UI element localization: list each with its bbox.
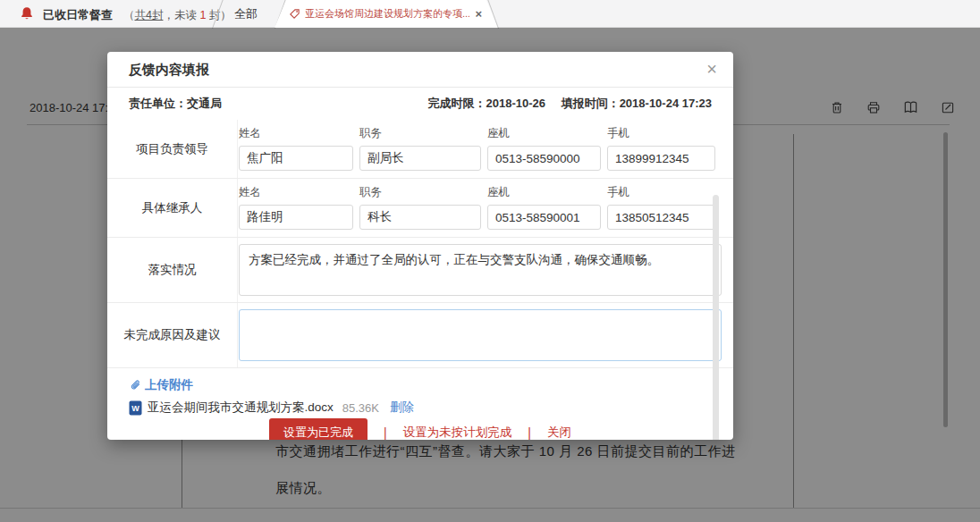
set-completed-button[interactable]: 设置为已完成 [269, 418, 368, 440]
field-mobile: 手机 [607, 126, 715, 171]
attachment-delete-link[interactable]: 删除 [390, 400, 414, 416]
tab-current-document[interactable]: 亚运会场馆周边建设规划方案的专项... × [275, 0, 498, 28]
modal-footer: 设置为已完成 | 设置为未按计划完成 | 关闭 [107, 418, 733, 440]
modal-body: 项目负责领导 姓名 职务 座机 手机 [107, 120, 733, 418]
incomplete-reason-textarea[interactable] [239, 309, 722, 361]
modal-scrollbar[interactable] [713, 195, 719, 440]
filltime-value: 2018-10-24 17:23 [620, 97, 712, 110]
svg-text:W: W [131, 404, 139, 413]
footer-separator: | [384, 425, 387, 440]
leader-title-input[interactable] [359, 146, 481, 171]
tab-close-icon[interactable]: × [475, 7, 482, 21]
field-title: 职务 [359, 185, 481, 230]
close-button[interactable]: 关闭 [547, 425, 571, 440]
field-header: 姓名 [239, 185, 353, 200]
field-landline: 座机 [487, 185, 601, 230]
word-file-icon: W [129, 400, 142, 416]
tab-all[interactable]: 全部 [217, 0, 275, 28]
leader-mobile-input[interactable] [607, 146, 715, 171]
count-mid: ，未读 [163, 9, 199, 21]
attachment-name[interactable]: 亚运会期间我市交通规划方案.docx [148, 400, 334, 416]
page-title: 已收日常督查 [43, 7, 113, 23]
leader-landline-input[interactable] [487, 146, 601, 171]
successor-mobile-input[interactable] [607, 205, 715, 230]
count-total: 共4封 [135, 9, 164, 21]
field-name: 姓名 [239, 185, 353, 230]
deadline: 完成时限：2018-10-26 [428, 97, 546, 110]
unit-value: 交通局 [187, 97, 222, 110]
deadline-label: 完成时限： [428, 97, 486, 110]
modal-header: 反馈内容填报 × [107, 52, 733, 88]
leader-fields: 姓名 职务 座机 手机 [239, 126, 722, 171]
field-header: 职务 [359, 126, 481, 141]
footer-separator: | [528, 425, 531, 440]
row-label: 落实情况 [107, 238, 238, 302]
modal-info-row: 责任单位：交通局 完成时限：2018-10-26 填报时间：2018-10-24… [107, 88, 733, 120]
successor-name-input[interactable] [239, 205, 353, 230]
attachment-size: 85.36K [342, 401, 379, 415]
modal-close-icon[interactable]: × [706, 52, 717, 86]
successor-landline-input[interactable] [487, 205, 601, 230]
set-not-completed-button[interactable]: 设置为未按计划完成 [403, 425, 512, 440]
successor-fields: 姓名 职务 座机 手机 [239, 185, 722, 230]
time-info: 完成时限：2018-10-26 填报时间：2018-10-24 17:23 [416, 96, 712, 112]
row-label: 具体继承人 [107, 179, 238, 237]
field-header: 姓名 [239, 126, 353, 141]
upload-label: 上传附件 [145, 377, 193, 393]
paperclip-icon [129, 379, 141, 392]
tab-label: 亚运会场馆周边建设规划方案的专项... [305, 7, 469, 21]
leader-name-input[interactable] [239, 146, 353, 171]
field-mobile: 手机 [607, 185, 715, 230]
field-header: 手机 [607, 185, 715, 200]
top-bar: 已收日常督查 （共4封，未读 1 封） 全部 亚运会场馆周边建设规划方案的专项.… [0, 0, 980, 28]
unit-label: 责任单位： [129, 97, 187, 110]
row-specific-successor: 具体继承人 姓名 职务 座机 手机 [107, 179, 733, 238]
row-implementation-status: 落实情况 方案已经完成，并通过了全局的认可，正在与交警支队沟通，确保交通顺畅。 [107, 238, 733, 303]
field-header: 职务 [359, 185, 481, 200]
row-label: 项目负责领导 [107, 120, 238, 178]
deadline-value: 2018-10-26 [486, 97, 546, 110]
successor-title-input[interactable] [359, 205, 481, 230]
fill-time: 填报时间：2018-10-24 17:23 [562, 97, 712, 110]
upload-attachment-link[interactable]: 上传附件 [107, 373, 733, 397]
count-open: （ [123, 9, 135, 21]
attachment-row: W 亚运会期间我市交通规划方案.docx 85.36K 删除 [107, 397, 733, 418]
bell-icon [20, 6, 34, 25]
filltime-label: 填报时间： [562, 97, 620, 110]
tag-icon [289, 8, 300, 20]
row-label: 未完成原因及建议 [107, 303, 238, 367]
modal-title: 反馈内容填报 [129, 52, 209, 88]
implementation-textarea[interactable]: 方案已经完成，并通过了全局的认可，正在与交警支队沟通，确保交通顺畅。 [239, 244, 722, 296]
field-header: 座机 [487, 185, 601, 200]
row-project-leader: 项目负责领导 姓名 职务 座机 手机 [107, 120, 733, 179]
field-landline: 座机 [487, 126, 601, 171]
field-header: 手机 [607, 126, 715, 141]
field-title: 职务 [359, 126, 481, 171]
row-incomplete-reason: 未完成原因及建议 [107, 303, 733, 368]
field-header: 座机 [487, 126, 601, 141]
field-name: 姓名 [239, 126, 353, 171]
responsible-unit: 责任单位：交通局 [129, 96, 222, 112]
feedback-modal: 反馈内容填报 × 责任单位：交通局 完成时限：2018-10-26 填报时间：2… [107, 52, 733, 440]
